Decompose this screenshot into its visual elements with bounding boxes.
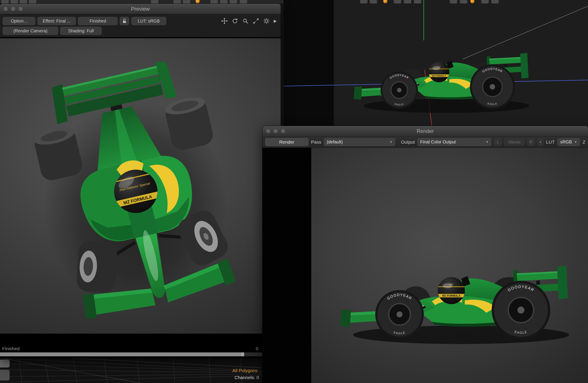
app-toolbar <box>0 0 588 3</box>
toolbar-icon[interactable] <box>481 0 489 3</box>
expand-icon[interactable] <box>253 18 259 24</box>
toolbar-icon[interactable] <box>151 0 158 3</box>
preview-toolbar: Option... Effect: Final ... Finished LUT… <box>0 14 281 37</box>
toolbar-icon[interactable] <box>404 0 411 3</box>
lut-dropdown[interactable]: sRGB ▼ <box>557 138 580 146</box>
output-label: Output <box>401 140 415 145</box>
camera-selector-button[interactable]: (Render Camera) <box>3 27 58 35</box>
preview-titlebar[interactable]: Preview <box>0 4 281 14</box>
chevron-down-icon: ▼ <box>574 140 577 144</box>
render-counter: 0 <box>256 346 258 351</box>
toolbar-icon[interactable] <box>450 0 457 3</box>
close-button[interactable] <box>266 129 270 133</box>
lock-button[interactable] <box>120 17 129 25</box>
toolbar-icon[interactable] <box>220 0 228 3</box>
lut-label: LUT <box>546 140 555 145</box>
tool-orb-icon[interactable] <box>470 0 474 3</box>
left-eye-button[interactable]: L <box>494 139 502 146</box>
render-image-area[interactable] <box>262 148 588 383</box>
toolbar-icon[interactable] <box>230 0 237 3</box>
minimize-button[interactable] <box>273 129 278 133</box>
panel-fragment-button[interactable] <box>0 370 10 381</box>
pass-value: (default) <box>327 140 387 144</box>
refresh-icon[interactable] <box>232 18 238 24</box>
zoom-button[interactable] <box>18 7 23 11</box>
window-controls <box>3 7 23 11</box>
pan-icon[interactable] <box>221 18 228 24</box>
options-button[interactable]: Option... <box>3 17 35 25</box>
render-state-button[interactable]: Finished <box>78 17 118 25</box>
minimize-button[interactable] <box>11 7 15 11</box>
toolbar-icon[interactable] <box>210 0 218 3</box>
preview-render-image <box>0 38 281 334</box>
preview-statusbar: Finished 0 <box>0 345 281 352</box>
pass-dropdown[interactable]: (default) ▼ <box>324 138 395 146</box>
toolbar-icon[interactable] <box>370 0 377 3</box>
zoom-label-partial: Z <box>583 140 585 145</box>
toolbar-icon[interactable] <box>414 0 421 3</box>
output-dropdown[interactable]: Final Color Output ▼ <box>417 138 491 146</box>
modo-desktop: Red Ribbons' Special MZ FORMULA <box>0 0 588 383</box>
toolbar-icon[interactable] <box>460 0 467 3</box>
toolbar-icon[interactable] <box>10 0 18 3</box>
toolbar-icon[interactable] <box>360 0 368 3</box>
toolbar-icon[interactable] <box>491 0 499 3</box>
channels-label: Channels: 0 <box>234 375 259 380</box>
f1-car-model[interactable] <box>349 28 536 115</box>
shading-mode-button[interactable]: Shading: Full <box>60 27 102 35</box>
toolbar-icon[interactable] <box>173 0 181 3</box>
schematic-viewport[interactable]: All Polygons Channels: 0 <box>0 358 265 383</box>
render-status-text: Finished <box>2 346 20 351</box>
toolbar-icon[interactable] <box>1 0 9 3</box>
render-image <box>311 148 588 383</box>
right-eye-button[interactable]: R <box>527 139 535 146</box>
window-title: Render <box>262 128 588 134</box>
preview-view-tools: ▶ <box>221 18 278 24</box>
unlock-icon <box>122 18 127 24</box>
lut-button[interactable]: LUT: sRGB <box>131 17 166 25</box>
render-window: Render Render Pass (default) ▼ Output Fi… <box>262 126 588 383</box>
close-button[interactable] <box>3 7 8 11</box>
tool-orb-icon[interactable] <box>383 0 387 3</box>
render-toolbar: Render Pass (default) ▼ Output Final Col… <box>262 136 588 148</box>
wireframe-grid <box>0 358 265 383</box>
stereo-button[interactable]: Stereo <box>504 139 524 146</box>
panel-fragment-button[interactable] <box>0 360 10 367</box>
gear-icon[interactable] <box>263 18 270 24</box>
toolbar-icon[interactable] <box>183 0 190 3</box>
toolbar-icon[interactable] <box>20 0 27 3</box>
effect-button[interactable]: Effect: Final ... <box>37 17 76 25</box>
zoom-button[interactable] <box>281 129 285 133</box>
chevron-down-icon: ▼ <box>539 141 542 144</box>
selection-mode-label: All Polygons <box>232 368 258 373</box>
f1-car-render-side <box>334 233 577 347</box>
chevron-down-icon: ▼ <box>390 140 392 144</box>
toolbar-icon[interactable] <box>394 0 401 3</box>
output-value: Final Color Output <box>420 140 484 144</box>
render-letterbox <box>262 148 311 383</box>
window-controls <box>266 129 285 133</box>
render-titlebar[interactable]: Render <box>262 126 588 136</box>
stereo-options-dropdown[interactable]: ▼ <box>537 139 544 146</box>
pass-label: Pass <box>311 140 321 145</box>
f1-car-render-front <box>27 54 244 328</box>
window-title: Preview <box>0 6 281 12</box>
lut-value: sRGB <box>560 140 572 144</box>
preview-window: Preview Option... Effect: Final ... Fini… <box>0 4 281 358</box>
render-progress-bar[interactable] <box>0 352 281 356</box>
perspective-viewport[interactable] <box>284 0 588 126</box>
preview-image-area[interactable] <box>0 37 281 345</box>
chevron-down-icon: ▼ <box>486 140 489 144</box>
zoom-icon[interactable] <box>242 18 249 24</box>
toolbar-icon[interactable] <box>240 0 247 3</box>
toolbar-icon[interactable] <box>29 0 36 3</box>
render-button[interactable]: Render <box>265 138 308 146</box>
render-progress-fill <box>0 352 244 356</box>
flyout-arrow-icon[interactable]: ▶ <box>274 19 277 23</box>
